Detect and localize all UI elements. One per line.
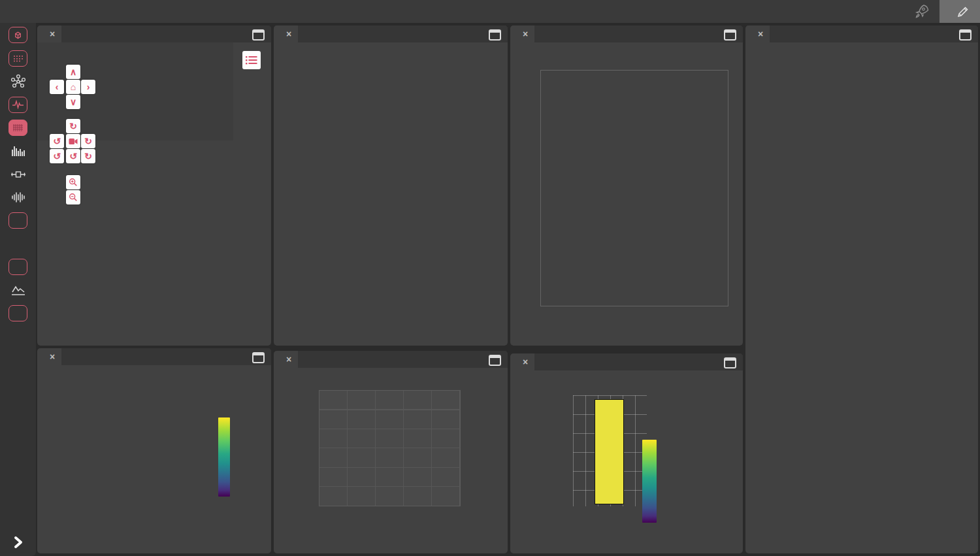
- rotate-right-button[interactable]: ↻: [81, 134, 95, 148]
- minimize-icon[interactable]: [252, 352, 265, 363]
- netpyne-app: × ∧ ‹ ⌂ › ∨ ↻ ↺ ↻ ↺ ↺ ↻: [0, 0, 980, 556]
- zoom-in-button[interactable]: [66, 175, 80, 189]
- sidebar-lfp-psd-icon[interactable]: [7, 233, 29, 255]
- rocket-icon[interactable]: [913, 3, 930, 20]
- sidebar-line-chart-icon[interactable]: [7, 279, 29, 301]
- minimize-icon[interactable]: [724, 29, 736, 41]
- roll-right-button[interactable]: ↻: [81, 149, 95, 163]
- back-to-edit-button[interactable]: [939, 0, 980, 23]
- minimize-icon[interactable]: [252, 29, 265, 41]
- close-icon[interactable]: ×: [50, 352, 55, 361]
- close-icon[interactable]: ×: [523, 29, 528, 39]
- tab-connections-plot[interactable]: ×: [37, 348, 61, 365]
- rotate-left-button[interactable]: ↺: [50, 134, 64, 148]
- sidebar-lfp-spectrogram-icon[interactable]: [7, 256, 29, 278]
- sidebar-rxd-icon[interactable]: [7, 303, 29, 325]
- sidebar: [0, 23, 36, 556]
- panel-3d-representation: × ∧ ‹ ⌂ › ∨ ↻ ↺ ↻ ↺ ↺ ↻: [37, 25, 271, 346]
- close-icon[interactable]: ×: [523, 357, 528, 367]
- close-icon[interactable]: ×: [286, 29, 291, 39]
- panel-connections: ×: [37, 348, 271, 553]
- minimize-icon[interactable]: [959, 29, 972, 41]
- connection-matrix[interactable]: [82, 408, 212, 498]
- rotate-up-button[interactable]: ↻: [66, 119, 80, 133]
- panel-lfp-time-series: ×: [510, 25, 743, 346]
- sidebar-histogram-icon[interactable]: [7, 140, 29, 162]
- roll-left-button[interactable]: ↺: [50, 149, 64, 163]
- pan-right-button[interactable]: ›: [81, 80, 95, 94]
- tab-cell-traces[interactable]: ×: [274, 25, 298, 42]
- sidebar-code-icon[interactable]: [7, 325, 29, 348]
- panel-cell-traces: ×: [274, 25, 508, 346]
- tab-lfp-spectrogram[interactable]: ×: [745, 25, 770, 42]
- edit-pencil-icon: [956, 5, 970, 18]
- minimize-icon[interactable]: [724, 357, 736, 368]
- sidebar-network-icon[interactable]: [7, 71, 29, 93]
- colorbar: [642, 440, 657, 523]
- lfp-plot-area[interactable]: [540, 70, 728, 306]
- panel-rxd: ×: [510, 353, 743, 553]
- rxd-plot-area[interactable]: [573, 395, 647, 506]
- pan-left-button[interactable]: ‹: [50, 80, 64, 94]
- sidebar-granger-icon[interactable]: [7, 163, 29, 186]
- sidebar-connections-grid-icon[interactable]: [7, 47, 29, 69]
- sidebar-cell-traces-icon[interactable]: [7, 93, 29, 116]
- pan-down-button[interactable]: ∨: [66, 95, 80, 109]
- tab-rxd-concentration[interactable]: ×: [510, 353, 534, 370]
- sidebar-3d-representation-icon[interactable]: [7, 24, 29, 46]
- menu-bar: [0, 0, 980, 23]
- legend-list-button[interactable]: [242, 51, 261, 69]
- sidebar-expand-icon[interactable]: [9, 534, 26, 551]
- sidebar-lfp-timeseries-icon[interactable]: [7, 210, 29, 232]
- close-icon[interactable]: ×: [758, 29, 763, 39]
- minimize-icon[interactable]: [489, 355, 501, 366]
- panel-lfp-spectrogram: ×: [745, 25, 978, 553]
- camera-button[interactable]: [66, 134, 80, 148]
- sidebar-sound-wave-icon[interactable]: [7, 186, 29, 208]
- tab-raster-plot[interactable]: ×: [274, 351, 298, 368]
- close-icon[interactable]: ×: [286, 355, 291, 364]
- reset-rotation-button[interactable]: ↺: [66, 149, 80, 163]
- zoom-out-button[interactable]: [66, 190, 80, 204]
- close-icon[interactable]: ×: [50, 29, 55, 39]
- tab-lfp-time-series[interactable]: ×: [510, 25, 534, 42]
- tab-3d-representation[interactable]: ×: [37, 25, 61, 42]
- minimize-icon[interactable]: [489, 29, 501, 41]
- home-button[interactable]: ⌂: [66, 80, 80, 94]
- pan-up-button[interactable]: ∧: [66, 65, 80, 79]
- sidebar-raster-icon[interactable]: [7, 117, 29, 139]
- panel-raster: ×: [274, 351, 508, 553]
- colorbar: [218, 417, 230, 497]
- concentration-heatmap: [595, 399, 624, 504]
- raster-plot-area[interactable]: [319, 390, 461, 506]
